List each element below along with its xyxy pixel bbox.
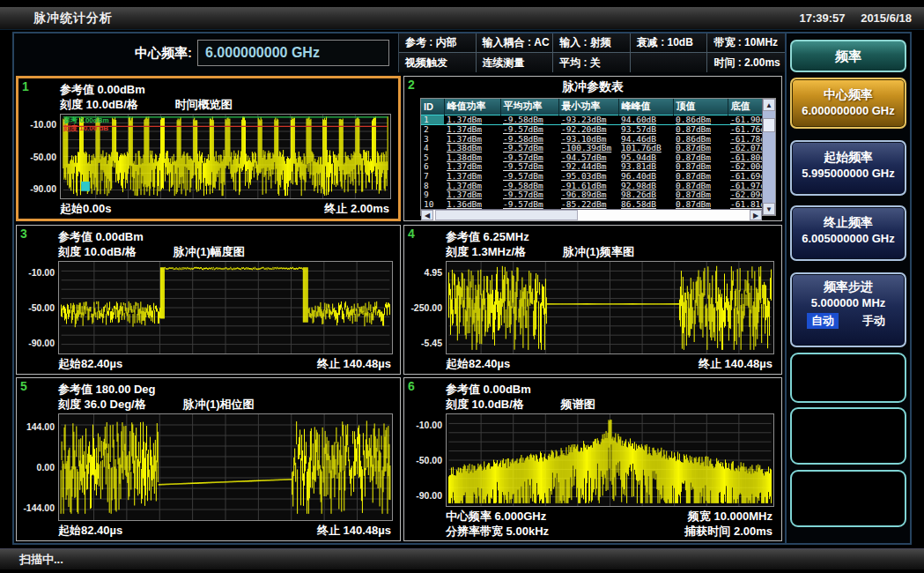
- table-row[interactable]: 31.37dBm-9.58dBm-93.10dBm94.46dB0.86dBm-…: [421, 135, 770, 145]
- h-scroll-thumb[interactable]: [435, 210, 578, 220]
- status-average: 平均 : 关: [553, 53, 631, 72]
- frequency-chart: [446, 261, 774, 354]
- status-time: 时间 : 2.00ms: [707, 53, 785, 72]
- table-row[interactable]: 61.37dBm-9.57dBm-92.44dBm93.81dB0.87dBm-…: [421, 162, 770, 172]
- softkey-sidebar: 频率 中心频率 6.000000000 GHz 起始频率 5.995000000…: [788, 33, 910, 543]
- content-area: 中心频率: 6.000000000 GHz 参考 : 内部 输入耦合 : AC …: [14, 33, 787, 543]
- y-tick: -50.00: [30, 152, 56, 162]
- panel-number: 2: [408, 78, 415, 92]
- table-title: 脉冲参数表: [404, 77, 781, 95]
- vertical-scrollbar[interactable]: ▲ ▼: [762, 99, 775, 215]
- table-row[interactable]: 81.37dBm-9.58dBm-91.61dBm92.98dB0.87dBm-…: [421, 182, 770, 191]
- scale-label: 刻度 10.0dB/格: [58, 244, 137, 259]
- softkey-start-frequency[interactable]: 起始频率 5.995000000 GHz: [790, 140, 906, 196]
- status-bandwidth: 带宽 : 10MHz: [707, 33, 785, 53]
- clock: 17:39:57 2015/6/18: [787, 11, 912, 25]
- pulse-table: ID峰值功率平均功率最小功率峰峰值顶值底值11.37dBm-9.58dBm-93…: [421, 99, 771, 209]
- panel-6-spectrum[interactable]: 6 参考值 0.00dBm 刻度 10.0dB/格 频谱图 -10.00 -50…: [403, 377, 782, 541]
- table-row[interactable]: 71.37dBm-9.57dBm-95.03dBm96.40dB0.87dBm-…: [421, 172, 770, 182]
- status-empty-cell: [631, 53, 708, 72]
- table-header[interactable]: 最小功率: [558, 99, 618, 115]
- scale-label: 刻度 1.3MHz/格: [446, 244, 526, 259]
- table-header[interactable]: ID: [421, 99, 444, 115]
- trace-plot: [61, 115, 390, 198]
- panel-1-time-overview[interactable]: 1 参考值 0.00dBm 刻度 10.0dB/格 时间概览图 -10.00 -…: [16, 76, 401, 221]
- y-tick: -144.00: [23, 502, 55, 513]
- center-frequency-entry: 中心频率: 6.000000000 GHz: [14, 33, 399, 72]
- softkey-blank-3[interactable]: [790, 470, 906, 527]
- ref-value-label: 参考值 0.00dBm: [446, 382, 781, 397]
- status-video-trigger: 视频触发: [399, 53, 477, 72]
- panel-2-pulse-table[interactable]: 2 脉冲参数表 ID峰值功率平均功率最小功率峰峰值顶值底值11.37dBm-9.…: [403, 76, 782, 221]
- trace-plot: [59, 414, 392, 520]
- y-tick: -90.00: [30, 183, 56, 194]
- table-header[interactable]: 顶值: [673, 99, 728, 115]
- scroll-left-icon[interactable]: ◀: [421, 210, 433, 220]
- softkey-center-frequency[interactable]: 中心频率 6.000000000 GHz: [790, 78, 906, 129]
- panel-5-phase[interactable]: 5 参考值 180.00 Deg 刻度 36.0 Deg/格 脉冲(1)相位图 …: [16, 377, 401, 541]
- status-input-type: 输入 : 射频: [553, 33, 631, 53]
- spectrum-center-freq: 中心频率 6.000GHz: [446, 509, 549, 524]
- toggle-manual[interactable]: 手动: [858, 313, 890, 329]
- y-tick: -10.00: [30, 119, 56, 130]
- top-bar: 中心频率: 6.000000000 GHz 参考 : 内部 输入耦合 : AC …: [14, 33, 785, 72]
- softkey-blank-1[interactable]: [790, 353, 906, 403]
- spectrum-chart: [446, 413, 774, 507]
- softkey-blank-2[interactable]: [790, 407, 906, 465]
- x-start-label: 起始82.40µs: [58, 356, 122, 374]
- status-attenuation: 衰减 : 10dB: [631, 33, 708, 53]
- x-start-label: 起始0.00s: [60, 201, 112, 219]
- panel-title: 脉冲(1)频率图: [563, 244, 634, 259]
- softkey-frequency-step[interactable]: 频率步进 5.000000 MHz 自动 手动: [790, 272, 906, 347]
- table-row[interactable]: 91.37dBm-9.57dBm-96.89dBm98.26dB0.87dBm-…: [421, 190, 770, 200]
- center-frequency-input[interactable]: 6.000000000 GHz: [197, 40, 389, 66]
- scroll-down-icon[interactable]: ▼: [763, 203, 775, 215]
- v-scroll-thumb[interactable]: [763, 118, 775, 132]
- panel-number: 6: [408, 379, 415, 393]
- status-input-coupling: 输入耦合 : AC: [477, 33, 554, 53]
- spectrum-rbw: 分辨率带宽 5.00kHz: [446, 524, 549, 539]
- x-end-label: 终止 2.00ms: [324, 201, 389, 219]
- x-start-label: 起始82.40µs: [58, 523, 122, 540]
- ref-value-label: 参考值 0.00dBm: [58, 229, 400, 244]
- panel-title: 时间概览图: [175, 97, 233, 112]
- amplitude-chart: [58, 261, 393, 354]
- trace-plot: [59, 262, 392, 353]
- toggle-auto[interactable]: 自动: [807, 313, 839, 329]
- table-header[interactable]: 峰峰值: [618, 99, 673, 115]
- panel-title: 频谱图: [561, 397, 595, 412]
- table-row[interactable]: 51.38dBm-9.57dBm-94.57dBm95.94dB0.87dBm-…: [421, 153, 770, 163]
- table-row[interactable]: 101.36dBm-9.57dBm-85.22dBm86.58dB0.87dBm…: [421, 200, 770, 210]
- date-text: 2015/6/18: [861, 11, 912, 25]
- table-header[interactable]: 平均功率: [500, 99, 558, 115]
- y-tick: -90.00: [28, 338, 55, 348]
- x-end-label: 终止 140.48µs: [699, 356, 772, 374]
- pulse-table-frame: ID峰值功率平均功率最小功率峰峰值顶值底值11.37dBm-9.58dBm-93…: [420, 98, 776, 216]
- x-end-label: 终止 140.48µs: [317, 356, 391, 374]
- horizontal-scrollbar[interactable]: ◀ ▶: [421, 209, 762, 220]
- y-tick: 0.00: [37, 462, 55, 473]
- table-row[interactable]: 41.38dBm-9.57dBm-100.39dBm101.76dB0.87dB…: [421, 144, 770, 153]
- panel-4-frequency[interactable]: 4 参考值 6.25MHz 刻度 1.3MHz/格 脉冲(1)频率图 4.95 …: [403, 225, 782, 375]
- scale-label: 刻度 36.0 Deg/格: [58, 397, 146, 412]
- status-grid: 参考 : 内部 输入耦合 : AC 输入 : 射频 衰减 : 10dB 带宽 :…: [399, 33, 785, 72]
- panel-number: 3: [20, 227, 27, 241]
- ref-value-label: 参考值 0.00dBm: [60, 82, 398, 97]
- y-tick: -50.00: [28, 302, 55, 313]
- scroll-right-icon[interactable]: ▶: [750, 210, 762, 220]
- scroll-up-icon[interactable]: ▲: [763, 99, 775, 111]
- table-row[interactable]: 21.37dBm-9.57dBm-92.20dBm93.57dB0.87dBm-…: [421, 125, 770, 135]
- table-header[interactable]: 峰值功率: [444, 99, 500, 115]
- menu-title-frequency[interactable]: 频率: [790, 40, 906, 72]
- y-tick: -250.00: [410, 302, 442, 313]
- table-row[interactable]: 11.37dBm-9.58dBm-93.23dBm94.60dB0.86dBm-…: [421, 115, 770, 125]
- spectrum-span: 频宽 10.000MHz: [684, 509, 772, 524]
- panel-3-amplitude[interactable]: 3 参考值 0.00dBm 刻度 10.0dB/格 脉冲(1)幅度图 -10.0…: [16, 225, 401, 375]
- panel-number: 1: [22, 79, 29, 93]
- time-text: 17:39:57: [799, 11, 845, 25]
- panel-number: 4: [408, 227, 415, 241]
- softkey-stop-frequency[interactable]: 终止频率 6.005000000 GHz: [790, 205, 906, 261]
- phase-chart: [58, 413, 393, 521]
- y-tick: -10.00: [28, 267, 55, 278]
- spectrum-capture-time: 捕获时间 2.00ms: [684, 524, 772, 539]
